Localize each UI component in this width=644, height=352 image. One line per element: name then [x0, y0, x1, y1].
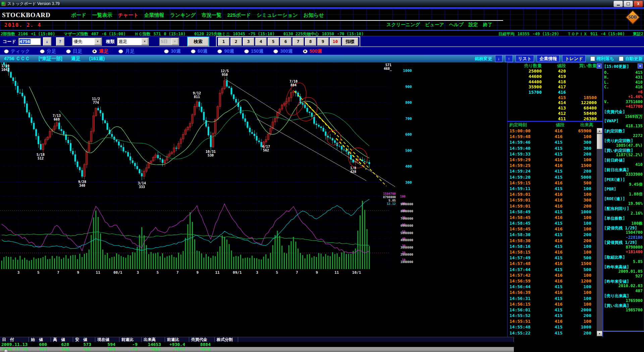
radio-icon[interactable] [217, 49, 222, 53]
period-radio-150週[interactable]: 150週 [244, 48, 263, 54]
trade-price: 415 [538, 331, 562, 336]
stats-label: [昨年来安値] [604, 279, 629, 283]
menu-item-お知らせ[interactable]: お知らせ [304, 12, 324, 18]
indicator-button[interactable]: 指標 [342, 38, 358, 46]
ask-price: 419 [542, 74, 566, 79]
chart-slot-button-9[interactable]: 9 [317, 38, 329, 46]
tape-row: 14:59:48416100 [507, 134, 596, 139]
close-icon[interactable]: ✕ [597, 63, 602, 69]
ask-row: 44600419 [507, 74, 603, 79]
ticker-value: 10350 [322, 32, 334, 36]
menu-item-設定[interactable]: 設定 [469, 22, 478, 28]
auto-update-checkbox[interactable] [619, 56, 624, 61]
bottom-scroll-knob[interactable] [4, 349, 8, 352]
symbol-down-button[interactable]: ↓ [495, 55, 503, 62]
period-selector: ティック分足日足週足月足30週60週90週150週300週500週 [0, 46, 644, 55]
minimize-button[interactable] [613, 1, 623, 7]
radio-icon[interactable] [303, 49, 308, 53]
trade-volume: 1200 [562, 278, 591, 283]
period-radio-ティック[interactable]: ティック [4, 48, 30, 54]
weekly-history-table: 日 付始 値高 値安 値現在値前週比出来高前週比売買代金株式分割 2009.11… [0, 337, 514, 352]
chart-slot-button-7[interactable]: 7 [292, 38, 304, 46]
period-radio-500週[interactable]: 500週 [303, 48, 322, 54]
table-header-cell: 前週比 [165, 337, 189, 342]
close-icon[interactable]: ✕ [638, 63, 643, 69]
scrollbar-thumb[interactable] [597, 134, 602, 149]
svg-text:100: 100 [400, 195, 406, 198]
type-select[interactable]: 週足▼ [117, 37, 149, 46]
radio-icon[interactable] [66, 49, 71, 53]
table-row[interactable]: 2009.11.13600628573594-914653+930.48884 [0, 342, 514, 347]
symbol-up-button[interactable]: ↑ [505, 55, 513, 62]
chart-slot-button-5[interactable]: 5 [268, 38, 279, 46]
menu-item-市況一覧[interactable]: 市況一覧 [202, 12, 222, 18]
trade-price: 416 [538, 180, 562, 185]
tape-row: 14:57:484161500 [507, 261, 596, 266]
menu-item-ビューア[interactable]: ビューア [425, 22, 444, 28]
radio-icon[interactable] [118, 49, 123, 53]
menu-item-ヘルプ[interactable]: ヘルプ [449, 22, 464, 28]
bottom-scroll-strip[interactable] [0, 351, 514, 352]
period-radio-300週[interactable]: 300週 [273, 48, 292, 54]
sdb-logo: SDB [626, 10, 639, 24]
chart-slot-button-8[interactable]: 8 [305, 38, 316, 46]
stats-label: [昨年来高値] [604, 264, 629, 269]
help-button[interactable]: ? [56, 37, 64, 46]
menu-item-一覧表示[interactable]: 一覧表示 [92, 12, 112, 18]
period-radio-90週[interactable]: 90週 [217, 48, 234, 54]
radio-icon[interactable] [191, 49, 196, 53]
trade-time: 14:57:48 [507, 261, 538, 266]
tape-row: 14:57:49415500 [507, 255, 596, 261]
scroll-down-icon[interactable]: ▼ [597, 331, 602, 336]
chart-slot-button-4[interactable]: 4 [255, 38, 267, 46]
menu-item-チャート[interactable]: チャート [118, 12, 139, 18]
chart-slot-button-6[interactable]: 6 [280, 38, 291, 46]
code-down-button[interactable]: ↓ [43, 37, 51, 46]
bid-qty: 18500 [566, 95, 597, 100]
period-radio-月足[interactable]: 月足 [118, 48, 135, 54]
tape-scrollbar[interactable]: ▲ ▼ [597, 128, 602, 336]
menu-item-企業情報[interactable]: 企業情報 [144, 12, 164, 18]
menu-item-シミュレーション[interactable]: シミュレーション [257, 12, 298, 18]
scroll-up-icon[interactable]: ▲ [597, 128, 602, 133]
radio-icon[interactable] [164, 49, 169, 53]
radio-icon[interactable] [273, 49, 278, 53]
trade-price: 416 [538, 278, 562, 283]
period-radio-日足[interactable]: 日足 [66, 48, 82, 54]
restore-button[interactable] [624, 1, 633, 7]
stats-line: 1765900 [603, 298, 644, 303]
code-input[interactable]: 4756 [18, 38, 41, 45]
chart-slot-button-3[interactable]: 3 [243, 38, 254, 46]
ex-rights-checkbox[interactable] [590, 56, 595, 61]
corp-info-button[interactable]: 企業情報 [537, 55, 559, 62]
close-button[interactable]: X [634, 1, 643, 7]
period-radio-週足[interactable]: 週足 [92, 48, 108, 54]
menu-item-ボード[interactable]: ボード [71, 12, 87, 18]
tape-row: 14:58:30416200 [507, 238, 596, 244]
menu-item-終了[interactable]: 終了 [483, 22, 492, 28]
trade-price: 415 [538, 175, 562, 180]
chart-slot-button-10[interactable]: 10 [330, 38, 341, 46]
chart-slot-button-2[interactable]: 2 [230, 38, 242, 46]
radio-icon[interactable] [244, 49, 249, 53]
trade-time: 14:59:20 [507, 175, 538, 180]
radio-icon[interactable] [92, 49, 97, 53]
stats-value: +6 [638, 90, 643, 94]
radio-icon[interactable] [40, 49, 45, 53]
period-radio-分足[interactable]: 分足 [40, 48, 56, 54]
trade-price: 415 [538, 140, 562, 145]
period-radio-60週[interactable]: 60週 [191, 48, 208, 54]
chart-slot-button-1[interactable]: 1 [218, 38, 229, 46]
stock-period: 週足 [71, 56, 80, 62]
menu-item-スクリーニング[interactable]: スクリーニング [386, 22, 420, 28]
trend-button[interactable]: トレンド [562, 55, 585, 62]
period-radio-30週[interactable]: 30週 [164, 48, 181, 54]
search-button[interactable]: 検索 [188, 37, 209, 46]
radio-icon[interactable] [4, 49, 9, 53]
menu-item-ランキング[interactable]: ランキング [170, 12, 196, 18]
menu-item-225ボード[interactable]: 225ボード [227, 12, 251, 18]
priority-select[interactable]: 優先▼ [72, 37, 102, 46]
list-button[interactable]: リスト [516, 55, 534, 62]
svg-text:562: 562 [263, 148, 269, 152]
stock-chart[interactable]: 35791108/135791109/135791110/11000900800… [0, 62, 507, 337]
